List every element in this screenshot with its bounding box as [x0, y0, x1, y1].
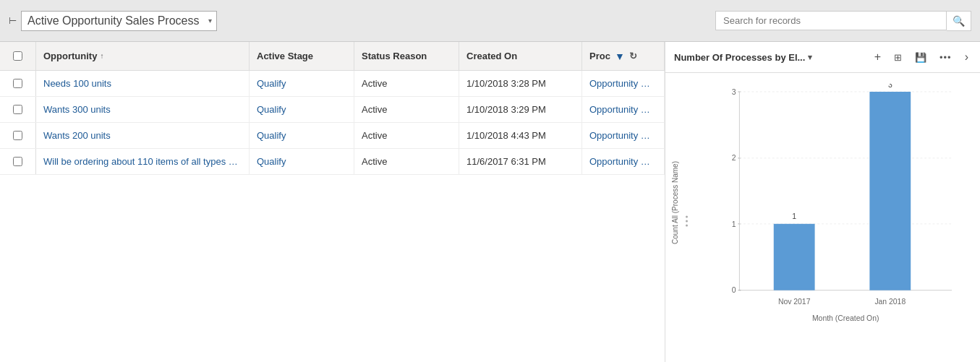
proc-link-0[interactable]: Opportunity Sa... — [589, 78, 655, 89]
chart-panel: Number Of Processes by El... ▾ + ⊞ 💾 •••… — [665, 42, 980, 362]
td-created-on-3: 11/6/2017 6:31 PM — [459, 149, 582, 174]
chart-title-area: Number Of Processes by El... ▾ — [674, 52, 812, 63]
select-all-checkbox-cell — [0, 42, 36, 70]
chart-save-button[interactable]: 💾 — [912, 51, 929, 64]
td-process-0: Opportunity Sa... — [582, 71, 665, 96]
td-active-stage-1: Qualify — [250, 97, 354, 122]
table-panel: Opportunity ↑ Active Stage Status Reason… — [0, 42, 665, 362]
th-status-reason[interactable]: Status Reason — [354, 42, 459, 70]
th-opportunity[interactable]: Opportunity ↑ — [36, 42, 250, 70]
table-row: Wants 200 units Qualify Active 1/10/2018… — [0, 123, 665, 149]
td-opportunity-2: Wants 200 units — [36, 123, 250, 148]
filter-icon[interactable]: ▼ — [615, 51, 625, 62]
chevron-right-icon[interactable]: › — [962, 48, 971, 66]
sort-icon: ↑ — [100, 52, 103, 60]
top-bar: ⊢ Active Opportunity Sales Process ▾ 🔍 — [0, 0, 980, 42]
chart-title-dropdown[interactable]: ▾ — [808, 53, 812, 62]
row-checkbox-cell-1 — [0, 97, 36, 122]
th-process[interactable]: Proc ▼ ↻ — [582, 42, 665, 70]
td-active-stage-3: Qualify — [250, 149, 354, 174]
page-title: Active Opportunity Sales Process — [27, 14, 199, 27]
chart-add-button[interactable]: + — [872, 49, 884, 65]
row-checkbox-cell-3 — [0, 149, 36, 174]
stage-link-0[interactable]: Qualify — [257, 78, 286, 89]
chart-expand-button[interactable]: ⊞ — [891, 51, 905, 64]
refresh-icon[interactable]: ↻ — [629, 51, 637, 61]
td-active-stage-2: Qualify — [250, 123, 354, 148]
title-box[interactable]: Active Opportunity Sales Process ▾ — [21, 11, 217, 31]
main-content: Opportunity ↑ Active Stage Status Reason… — [0, 42, 980, 362]
td-opportunity-1: Wants 300 units — [36, 97, 250, 122]
row-checkbox-1[interactable] — [13, 105, 22, 114]
td-status-reason-1: Active — [354, 97, 459, 122]
svg-text:Nov 2017: Nov 2017 — [778, 298, 811, 306]
chart-svg: 0 1 2 3 1 3 — [705, 84, 966, 332]
row-checkbox-0[interactable] — [13, 79, 22, 88]
y-axis-label: Count All (Process Name) — [672, 161, 680, 244]
td-process-1: Opportunity Sa... — [582, 97, 665, 122]
chart-more-button[interactable]: ••• — [937, 51, 955, 64]
opportunity-link-3[interactable]: Will be ordering about 110 items of all … — [43, 156, 239, 167]
opportunity-link-2[interactable]: Wants 200 units — [43, 130, 111, 141]
stage-link-2[interactable]: Qualify — [257, 130, 286, 141]
row-checkbox-3[interactable] — [13, 157, 22, 166]
proc-link-2[interactable]: Opportunity Sa... — [589, 130, 655, 141]
proc-link-1[interactable]: Opportunity Sa... — [589, 104, 655, 115]
th-created-on[interactable]: Created On — [459, 42, 582, 70]
row-checkbox-cell-2 — [0, 123, 36, 148]
chart-title: Number Of Processes by El... — [674, 52, 805, 63]
chart-area: Count All (Process Name) 0 — [665, 73, 980, 362]
td-status-reason-3: Active — [354, 149, 459, 174]
td-created-on-2: 1/10/2018 4:43 PM — [459, 123, 582, 148]
search-input[interactable] — [715, 11, 947, 30]
bar-nov2017[interactable] — [774, 224, 815, 290]
search-area: 🔍 — [715, 11, 971, 31]
bar-jan2018[interactable] — [869, 92, 911, 290]
opportunity-link-0[interactable]: Needs 100 units — [43, 78, 111, 89]
table-header: Opportunity ↑ Active Stage Status Reason… — [0, 42, 665, 71]
svg-text:1: 1 — [732, 220, 736, 228]
search-button[interactable]: 🔍 — [947, 11, 971, 31]
stage-link-3[interactable]: Qualify — [257, 156, 286, 167]
td-active-stage-0: Qualify — [250, 71, 354, 96]
svg-text:2: 2 — [732, 154, 736, 162]
td-process-2: Opportunity Sa... — [582, 123, 665, 148]
td-status-reason-0: Active — [354, 71, 459, 96]
row-checkbox-cell-0 — [0, 71, 36, 96]
svg-text:0: 0 — [732, 286, 736, 294]
td-created-on-0: 1/10/2018 3:28 PM — [459, 71, 582, 96]
top-bar-left: ⊢ Active Opportunity Sales Process ▾ — [9, 11, 217, 31]
td-process-3: Opportunity Sa... — [582, 149, 665, 174]
row-checkbox-2[interactable] — [13, 131, 22, 140]
opportunity-link-1[interactable]: Wants 300 units — [43, 104, 111, 115]
svg-text:3: 3 — [888, 84, 892, 89]
table-row: Needs 100 units Qualify Active 1/10/2018… — [0, 71, 665, 97]
table-row: Will be ordering about 110 items of all … — [0, 149, 665, 175]
pin-icon: ⊢ — [9, 15, 17, 26]
th-active-stage[interactable]: Active Stage — [250, 42, 354, 70]
chart-header: Number Of Processes by El... ▾ + ⊞ 💾 •••… — [665, 42, 980, 73]
resize-handle[interactable] — [686, 215, 688, 226]
svg-text:1: 1 — [792, 212, 796, 220]
svg-text:Jan 2018: Jan 2018 — [874, 298, 906, 306]
svg-text:3: 3 — [732, 88, 736, 96]
table-body: Needs 100 units Qualify Active 1/10/2018… — [0, 71, 665, 362]
td-status-reason-2: Active — [354, 123, 459, 148]
td-opportunity-3: Will be ordering about 110 items of all … — [36, 149, 250, 174]
table-row: Wants 300 units Qualify Active 1/10/2018… — [0, 97, 665, 123]
title-dropdown-arrow[interactable]: ▾ — [208, 17, 212, 25]
svg-text:Month (Created On): Month (Created On) — [812, 314, 879, 322]
stage-link-1[interactable]: Qualify — [257, 104, 286, 115]
td-created-on-1: 1/10/2018 3:29 PM — [459, 97, 582, 122]
select-all-checkbox[interactable] — [13, 51, 22, 61]
chart-actions: + ⊞ 💾 ••• › — [872, 48, 971, 66]
td-opportunity-0: Needs 100 units — [36, 71, 250, 96]
proc-link-3[interactable]: Opportunity Sa... — [589, 156, 655, 167]
